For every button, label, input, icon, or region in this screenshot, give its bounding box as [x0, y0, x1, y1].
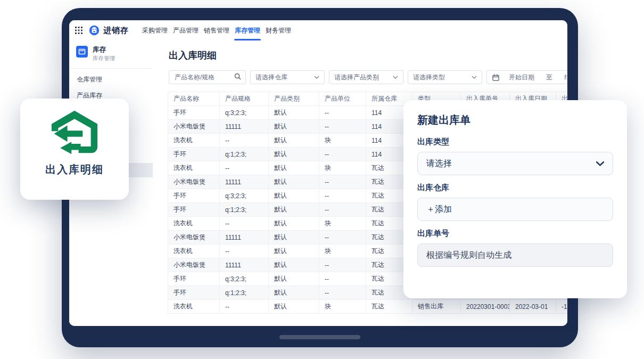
table-cell: 手环 [168, 203, 220, 217]
page: 进销存 采购管理产品管理销售管理库存管理财务管理 库存 库存管理 仓 [0, 0, 644, 359]
type-select[interactable]: 请选择类型 [408, 70, 482, 84]
table-cell: q:3;2:3; [220, 189, 269, 203]
table-cell: 小米电饭煲 [168, 231, 220, 244]
table-cell: 小米电饭煲 [168, 258, 220, 272]
table-cell: -- [319, 106, 366, 120]
column-header: 产品规格 [220, 92, 269, 106]
table-cell: -- [220, 217, 269, 231]
table-cell: -- [319, 258, 366, 272]
table-cell: 块 [319, 161, 366, 175]
app-title: 进销存 [103, 26, 129, 36]
table-cell: -- [319, 148, 366, 161]
field-value: 根据编号规则自动生成 [426, 250, 511, 261]
table-cell: q:3;2:3; [220, 106, 269, 120]
table-cell: 默认 [269, 272, 319, 286]
table-cell: -- [220, 300, 269, 314]
table-cell: 默认 [269, 203, 319, 217]
table-row[interactable]: 洗衣机--默认块瓦达销售出库20220301-00032022-03-01-1 [168, 300, 568, 314]
table-cell: 手环 [168, 272, 220, 286]
table-cell: q:1;2:3; [220, 148, 269, 161]
table-cell: 默认 [269, 161, 319, 175]
table-cell: 默认 [269, 231, 319, 244]
column-header: 产品类别 [269, 92, 319, 106]
table-cell: 默认 [269, 244, 319, 258]
table-cell: 小米电饭煲 [168, 120, 220, 134]
nav-menu: 采购管理产品管理销售管理库存管理财务管理 [141, 20, 295, 40]
column-header: 产品单位 [319, 92, 366, 106]
nav-item-link[interactable]: 财务管理 [264, 20, 293, 40]
table-cell: 小米电饭煲 [168, 175, 220, 189]
table-cell: 手环 [168, 148, 220, 161]
table-cell: 洗衣机 [168, 217, 220, 231]
laptop-notch [279, 335, 360, 339]
table-cell: 洗衣机 [168, 244, 220, 258]
warehouse-in-out-icon [20, 108, 129, 159]
top-navbar: 进销存 采购管理产品管理销售管理库存管理财务管理 [69, 20, 567, 41]
search-input[interactable] [174, 73, 229, 81]
sidebar-group-header: 库存 库存管理 [76, 46, 115, 62]
sidebar-divider [69, 68, 153, 69]
field-label: 出库仓库 [417, 183, 613, 193]
nav-item-active[interactable]: 库存管理 [233, 20, 262, 40]
table-cell: 默认 [269, 148, 319, 161]
nav-item-link[interactable]: 产品管理 [171, 20, 200, 40]
table-cell: 2022-03-01 [510, 300, 556, 314]
sidebar-group-title: 库存 [93, 46, 115, 53]
table-cell: 默认 [269, 258, 319, 272]
date-to-label: 至 [546, 73, 552, 82]
warehouse-select[interactable]: 请选择仓库 [250, 70, 325, 84]
table-cell: -- [220, 244, 269, 258]
table-cell: 块 [319, 134, 366, 148]
modal-select[interactable]: 请选择 [417, 152, 613, 175]
date-end[interactable]: 结束日期 [564, 73, 567, 82]
table-cell: -- [319, 286, 366, 300]
table-cell: 手环 [168, 189, 220, 203]
table-cell: 手环 [168, 286, 220, 300]
new-outbound-modal: 新建出库单 出库类型请选择出库仓库＋添加出库单号根据编号规则自动生成 [403, 100, 627, 298]
table-cell: -- [220, 134, 269, 148]
filter-bar: 请选择仓库 请选择产品类别 请选择类型 [169, 70, 567, 84]
sidebar-group-subtitle: 库存管理 [93, 55, 115, 62]
table-cell: q:1;2:3; [220, 286, 269, 300]
table-cell: 洗衣机 [168, 134, 220, 148]
chevron-down-icon [393, 76, 398, 79]
warehouse-select-value: 请选择仓库 [255, 73, 287, 82]
table-cell: 11111 [220, 175, 269, 189]
app-launcher-icon[interactable] [75, 27, 82, 34]
field-label: 出库单号 [417, 229, 613, 239]
date-start[interactable]: 开始日期 [509, 73, 534, 82]
search-field[interactable] [169, 70, 246, 84]
inventory-box-icon [76, 46, 88, 60]
modal-input[interactable]: ＋添加 [417, 198, 613, 221]
nav-item-link[interactable]: 销售管理 [202, 20, 231, 40]
table-cell: -1 [556, 300, 568, 314]
search-icon[interactable] [234, 73, 241, 81]
field-label: 出库类型 [417, 137, 613, 147]
table-cell: 默认 [269, 286, 319, 300]
date-range-picker[interactable]: 开始日期 至 结束日期 [486, 70, 567, 84]
modal-title: 新建出库单 [417, 113, 613, 127]
table-cell: 瓦达 [366, 300, 412, 314]
field-value: 请选择 [426, 158, 452, 169]
table-cell: 默认 [269, 120, 319, 134]
table-cell: 洗衣机 [168, 300, 220, 314]
table-cell: -- [220, 161, 269, 175]
app-logo-icon [89, 25, 100, 36]
table-cell: 默认 [269, 217, 319, 231]
chevron-down-icon [314, 76, 319, 79]
table-cell: q:3;2:3; [220, 272, 269, 286]
table-cell: -- [319, 203, 366, 217]
category-select[interactable]: 请选择产品类别 [329, 70, 403, 84]
chevron-down-icon [596, 161, 604, 166]
chevron-down-icon [472, 76, 477, 79]
sidebar-item[interactable]: 仓库管理 [69, 71, 153, 87]
table-cell: -- [319, 231, 366, 244]
table-cell: 默认 [269, 134, 319, 148]
table-cell: 默认 [269, 300, 319, 314]
table-cell: 块 [319, 217, 366, 231]
table-cell: -- [319, 189, 366, 203]
table-cell: 洗衣机 [168, 161, 220, 175]
table-cell: 默认 [269, 175, 319, 189]
table-cell: -- [319, 175, 366, 189]
nav-item-link[interactable]: 采购管理 [141, 20, 169, 40]
